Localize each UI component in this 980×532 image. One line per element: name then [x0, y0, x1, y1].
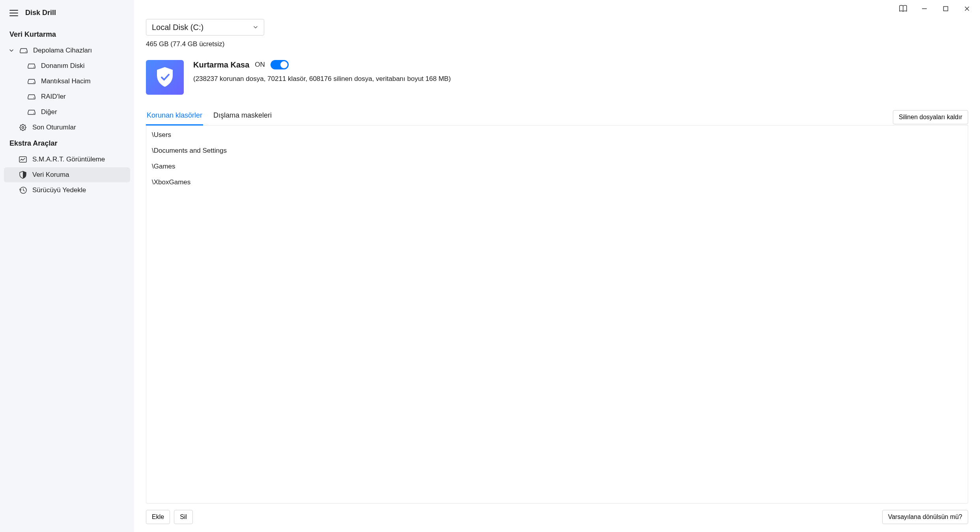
list-item[interactable]: \Games [146, 159, 968, 174]
sidebar-item-raid[interactable]: RAID'ler [4, 89, 130, 104]
recovery-vault-icon [146, 60, 184, 95]
sidebar-item-other[interactable]: Diğer [4, 105, 130, 120]
sidebar-item-recent-sessions[interactable]: Son Oturumlar [4, 120, 130, 135]
svg-point-1 [34, 67, 34, 67]
tabs-row: Korunan klasörler Dışlama maskeleri Sili… [146, 109, 968, 126]
minimize-icon [922, 6, 927, 11]
sidebar-item-storage-devices[interactable]: Depolama Cihazları [4, 43, 130, 58]
disk-select-value: Local Disk (C:) [152, 23, 203, 32]
list-item[interactable]: \XboxGames [146, 174, 968, 190]
sidebar: Disk Drill Veri Kurtarma Depolama Cihazl… [0, 0, 134, 532]
hamburger-menu-icon[interactable] [9, 10, 18, 16]
manual-button[interactable] [894, 2, 912, 16]
add-button[interactable]: Ekle [146, 510, 170, 524]
gear-icon [19, 124, 27, 131]
list-item[interactable]: \Users [146, 127, 968, 143]
sidebar-item-label: S.M.A.R.T. Görüntüleme [32, 155, 105, 163]
close-icon [964, 6, 970, 11]
main-panel: Local Disk (C:) 465 GB (77.4 GB ücretsiz… [134, 0, 980, 532]
section-title-recovery: Veri Kurtarma [0, 26, 134, 43]
vault-on-label: ON [255, 61, 265, 69]
svg-point-0 [26, 51, 26, 52]
svg-point-2 [34, 82, 34, 83]
protected-folders-list: \Users \Documents and Settings \Games \X… [146, 126, 968, 504]
chart-icon [19, 156, 27, 163]
drive-icon [20, 47, 28, 54]
list-item[interactable]: \Documents and Settings [146, 143, 968, 159]
sidebar-item-label: Depolama Cihazları [33, 47, 92, 54]
drive-icon [28, 109, 35, 115]
vault-title: Kurtarma Kasa [193, 60, 249, 69]
sidebar-item-backup-drive[interactable]: Sürücüyü Yedekle [4, 183, 130, 198]
sidebar-item-hardware-disk[interactable]: Donanım Diski [4, 58, 130, 73]
book-icon [899, 5, 907, 13]
maximize-icon [943, 6, 948, 11]
svg-point-4 [34, 113, 34, 114]
disk-info-text: 465 GB (77.4 GB ücretsiz) [146, 40, 968, 48]
app-title: Disk Drill [25, 9, 56, 17]
drive-icon [28, 94, 35, 100]
remove-deleted-files-button[interactable]: Silinen dosyaları kaldır [893, 110, 968, 124]
sidebar-item-label: Diğer [41, 108, 57, 116]
chevron-down-icon [9, 48, 14, 53]
close-button[interactable] [958, 2, 976, 16]
sidebar-item-label: Donanım Diski [41, 62, 85, 70]
sidebar-header: Disk Drill [0, 6, 134, 26]
content-area: Local Disk (C:) 465 GB (77.4 GB ücretsiz… [134, 17, 980, 532]
disk-select-dropdown[interactable]: Local Disk (C:) [146, 19, 264, 36]
svg-rect-7 [19, 157, 26, 162]
history-icon [19, 186, 27, 194]
svg-rect-9 [944, 7, 948, 11]
sidebar-item-label: Veri Koruma [32, 171, 69, 179]
sidebar-item-logical-volume[interactable]: Mantıksal Hacim [4, 74, 130, 89]
bottom-bar: Ekle Sil Varsayılana dönülsün mü? [146, 504, 968, 524]
sidebar-item-smart[interactable]: S.M.A.R.T. Görüntüleme [4, 152, 130, 167]
minimize-button[interactable] [915, 2, 933, 16]
drive-icon [28, 63, 35, 69]
recovery-vault-row: Kurtarma Kasa ON (238237 korunan dosya, … [146, 60, 968, 95]
tab-exclusion-masks[interactable]: Dışlama maskeleri [213, 109, 273, 125]
drive-icon [28, 78, 35, 84]
sidebar-item-label: RAID'ler [41, 93, 66, 101]
svg-point-3 [34, 97, 34, 98]
chevron-down-icon [253, 24, 258, 30]
vault-toggle[interactable] [271, 60, 289, 69]
sidebar-item-label: Son Oturumlar [32, 124, 76, 131]
svg-point-6 [22, 127, 24, 129]
reset-default-button[interactable]: Varsayılana dönülsün mü? [882, 510, 968, 524]
section-title-extra: Ekstra Araçlar [0, 135, 134, 152]
shield-icon [19, 171, 27, 179]
maximize-button[interactable] [937, 2, 955, 16]
window-titlebar [134, 0, 980, 17]
sidebar-item-data-protection[interactable]: Veri Koruma [4, 167, 130, 182]
vault-stats: (238237 korunan dosya, 70211 klasör, 608… [193, 75, 451, 83]
vault-text-block: Kurtarma Kasa ON (238237 korunan dosya, … [193, 60, 451, 83]
sidebar-item-label: Sürücüyü Yedekle [32, 186, 86, 194]
tab-protected-folders[interactable]: Korunan klasörler [146, 109, 203, 125]
sidebar-item-label: Mantıksal Hacim [41, 77, 91, 85]
delete-button[interactable]: Sil [174, 510, 193, 524]
